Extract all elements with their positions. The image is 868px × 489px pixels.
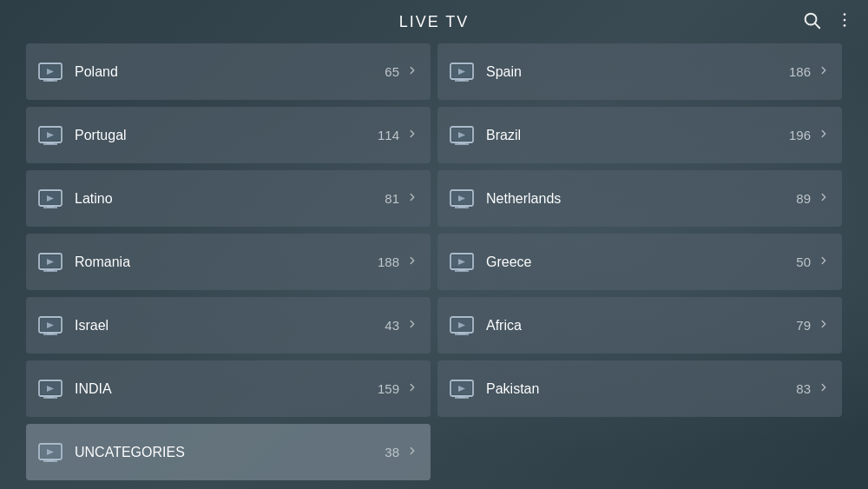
chevron-right-icon: [406, 381, 418, 397]
channel-tv-icon: [38, 126, 62, 145]
channel-name: INDIA: [75, 381, 378, 397]
channel-tv-icon: [38, 189, 62, 208]
channel-item-brazil[interactable]: Brazil 196: [437, 107, 842, 163]
chevron-right-icon: [406, 191, 418, 207]
channel-count: 65: [385, 64, 399, 79]
channel-item-latino[interactable]: Latino 81: [26, 170, 431, 227]
app-header: LIVE TV: [0, 0, 868, 43]
channel-tv-icon: [450, 253, 474, 272]
chevron-right-icon: [406, 254, 418, 270]
channel-item-netherlands[interactable]: Netherlands 89: [437, 170, 842, 227]
chevron-right-icon: [818, 254, 830, 270]
channel-grid: Poland 65 Portugal 114: [0, 43, 868, 489]
channel-name: Netherlands: [486, 191, 796, 207]
channel-name: Romania: [75, 254, 378, 270]
channel-name: Poland: [75, 64, 385, 80]
channel-tv-icon: [38, 443, 62, 462]
chevron-right-icon: [406, 128, 418, 143]
channel-name: Israel: [75, 318, 385, 334]
channel-count: 114: [378, 128, 399, 142]
channel-tv-icon: [450, 380, 474, 399]
channel-name: Pakistan: [486, 381, 796, 397]
channel-count: 159: [378, 381, 399, 396]
more-icon[interactable]: [835, 10, 854, 34]
channel-item-portugal[interactable]: Portugal 114: [26, 107, 431, 163]
channel-item-india[interactable]: INDIA 159: [26, 360, 431, 417]
channel-name: Latino: [75, 191, 385, 207]
channel-item-uncategories[interactable]: UNCATEGORIES 38: [26, 424, 431, 480]
svg-point-2: [844, 13, 846, 16]
channel-tv-icon: [38, 316, 62, 335]
channel-count: 43: [385, 318, 399, 333]
channel-count: 79: [796, 318, 811, 333]
header-actions: [802, 10, 854, 34]
channel-count: 50: [796, 254, 811, 269]
channel-count: 196: [789, 128, 811, 142]
channel-tv-icon: [450, 316, 474, 335]
chevron-right-icon: [818, 64, 830, 80]
channel-tv-icon: [450, 63, 474, 82]
chevron-right-icon: [818, 381, 830, 397]
chevron-right-icon: [406, 318, 418, 334]
svg-line-1: [815, 23, 819, 28]
channel-item-poland[interactable]: Poland 65: [26, 43, 431, 100]
channel-name: Greece: [486, 254, 796, 270]
channel-item-spain[interactable]: Spain 186: [437, 43, 842, 100]
channel-item-pakistan[interactable]: Pakistan 83: [437, 360, 842, 417]
channel-name: Africa: [486, 318, 796, 334]
channel-count: 38: [385, 445, 399, 459]
svg-point-4: [844, 24, 846, 27]
channel-name: Portugal: [75, 128, 378, 143]
chevron-right-icon: [818, 191, 830, 207]
chevron-right-icon: [406, 445, 418, 460]
chevron-right-icon: [818, 128, 830, 143]
channel-item-romania[interactable]: Romania 188: [26, 234, 431, 290]
search-icon[interactable]: [802, 10, 821, 34]
channel-item-greece[interactable]: Greece 50: [437, 234, 842, 290]
channel-count: 188: [378, 254, 399, 269]
channel-tv-icon: [450, 126, 474, 145]
channel-count: 186: [789, 64, 811, 79]
channel-tv-icon: [38, 63, 62, 82]
channel-tv-icon: [38, 253, 62, 272]
channel-count: 83: [796, 381, 811, 396]
channel-name: UNCATEGORIES: [75, 445, 385, 460]
chevron-right-icon: [406, 64, 418, 80]
channel-name: Brazil: [486, 128, 789, 143]
chevron-right-icon: [818, 318, 830, 334]
app-title: LIVE TV: [399, 13, 470, 31]
channel-count: 81: [385, 191, 399, 206]
channel-item-africa[interactable]: Africa 79: [437, 297, 842, 354]
svg-point-3: [844, 18, 846, 21]
channel-name: Spain: [486, 64, 789, 80]
channel-tv-icon: [450, 189, 474, 208]
channel-item-israel[interactable]: Israel 43: [26, 297, 431, 354]
channel-tv-icon: [38, 380, 62, 399]
channel-count: 89: [796, 191, 811, 206]
